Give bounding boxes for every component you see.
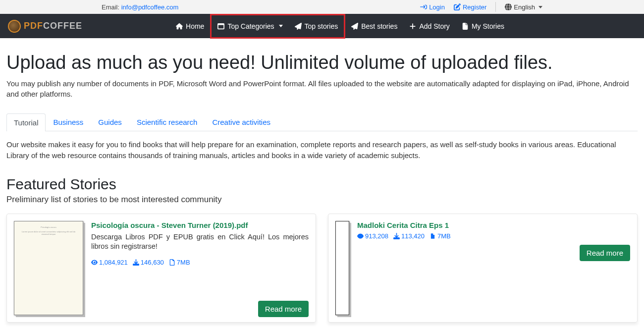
download-icon: [133, 259, 139, 266]
chevron-down-icon: [538, 6, 542, 8]
nav-add-story-label: Add Story: [419, 22, 449, 30]
featured-title: Featured Stories: [6, 176, 638, 193]
read-more-button[interactable]: Read more: [580, 245, 630, 261]
downloads-value: 113,420: [401, 232, 425, 240]
home-icon: [176, 23, 183, 30]
nav-home[interactable]: Home: [170, 15, 210, 37]
story-body: Psicología oscura - Steven Turner (2019)…: [91, 221, 309, 315]
size-value: 7MB: [177, 259, 190, 266]
downloads-stat: 113,420: [393, 232, 425, 240]
file-icon: [429, 233, 436, 239]
nav-my-stories-label: My Stories: [472, 22, 504, 30]
story-body: Madloki Cerita Citra Eps 1 913,208 113,4…: [357, 221, 630, 315]
language-label: English: [514, 3, 535, 11]
register-icon: [454, 3, 461, 10]
main-content: Upload as much as you need! Unlimited vo…: [0, 38, 644, 328]
email-link[interactable]: info@pdfcoffee.com: [121, 3, 179, 11]
login-icon: [420, 3, 427, 10]
tab-tutorial[interactable]: Tutorial: [6, 113, 46, 131]
size-stat: 7MB: [169, 259, 190, 266]
tab-creative[interactable]: Creative activities: [205, 113, 278, 131]
story-title[interactable]: Psicología oscura - Steven Turner (2019)…: [91, 221, 309, 229]
top-divider: [495, 2, 496, 12]
nav-add-story[interactable]: Add Story: [403, 15, 455, 37]
brand-pdf: PDF: [24, 21, 43, 31]
downloads-stat: 146,630: [133, 259, 164, 266]
story-title[interactable]: Madloki Cerita Citra Eps 1: [357, 221, 630, 229]
tab-description: Our website makes it easy for you to fin…: [6, 139, 638, 161]
nav-top-categories-label: Top Categories: [227, 22, 274, 30]
nav-top-categories[interactable]: Top Categories: [212, 15, 288, 37]
download-icon: [393, 233, 400, 239]
tab-guides[interactable]: Guides: [91, 113, 129, 131]
eye-icon: [91, 259, 98, 266]
views-stat: 913,208: [357, 232, 388, 240]
views-stat: 1,084,921: [91, 259, 128, 266]
chevron-down-icon: [279, 25, 283, 27]
read-more-button[interactable]: Read more: [258, 301, 309, 317]
nav-best-stories-label: Best stories: [361, 22, 397, 30]
language-selector[interactable]: English: [505, 3, 542, 11]
plus-icon: [409, 23, 416, 30]
nav-items: Home Top Categories Top stories Best sto…: [170, 14, 510, 39]
login-link[interactable]: Login: [420, 3, 445, 11]
hero-subtitle: You may publish any number of documents …: [6, 78, 638, 99]
views-value: 913,208: [365, 232, 388, 240]
main-navbar: PDFCOFFEE Home Top Categories Top storie…: [0, 14, 644, 38]
nav-my-stories[interactable]: My Stories: [456, 15, 510, 37]
tab-business[interactable]: Business: [46, 113, 91, 131]
nav-top-stories[interactable]: Top stories: [289, 15, 344, 37]
login-label: Login: [429, 3, 445, 11]
story-stats: 913,208 113,420 7MB: [357, 232, 630, 240]
hero-title: Upload as much as you need! Unlimited vo…: [6, 52, 638, 73]
email-label: Email:: [102, 3, 121, 11]
size-stat: 7MB: [429, 232, 451, 240]
nav-top-stories-label: Top stories: [305, 22, 338, 30]
grid-icon: [217, 23, 224, 30]
brand-logo-icon: [8, 20, 21, 33]
brand-name: PDFCOFFEE: [24, 21, 82, 31]
story-thumbnail[interactable]: [335, 221, 349, 315]
brand-coffee: COFFEE: [43, 21, 82, 31]
size-value: 7MB: [437, 232, 451, 240]
paper-plane-icon: [351, 23, 358, 30]
highlighted-nav-box: Top Categories Top stories: [210, 14, 345, 39]
nav-best-stories[interactable]: Best stories: [345, 15, 403, 37]
featured-subtitle: Preliminary list of stories to be most i…: [6, 195, 638, 205]
globe-icon: [505, 3, 512, 10]
file-icon: [169, 259, 175, 266]
thumbnail-text: Psicología oscuraLorem ipsum dolor sit a…: [14, 221, 83, 241]
top-right-links: Login Register English: [420, 2, 542, 12]
paper-plane-icon: [295, 23, 302, 30]
register-link[interactable]: Register: [454, 3, 486, 11]
story-card: Psicología oscuraLorem ipsum dolor sit a…: [6, 214, 316, 323]
email-block: Email: info@pdfcoffee.com: [102, 3, 178, 11]
story-card: Madloki Cerita Citra Eps 1 913,208 113,4…: [328, 214, 638, 323]
tab-scientific[interactable]: Scientific research: [129, 113, 205, 131]
register-label: Register: [463, 3, 486, 11]
top-strip: Email: info@pdfcoffee.com Login Register…: [0, 0, 644, 14]
file-icon: [462, 23, 469, 30]
nav-home-label: Home: [186, 22, 204, 30]
story-thumbnail[interactable]: Psicología oscuraLorem ipsum dolor sit a…: [14, 221, 83, 315]
views-value: 1,084,921: [99, 259, 128, 266]
downloads-value: 146,630: [141, 259, 164, 266]
category-tabs: Tutorial Business Guides Scientific rese…: [6, 113, 638, 131]
featured-cards: Psicología oscuraLorem ipsum dolor sit a…: [6, 214, 638, 323]
story-desc: Descarga Libros PDF y EPUB gratis en Cli…: [91, 232, 309, 252]
brand[interactable]: PDFCOFFEE: [8, 20, 82, 33]
eye-icon: [357, 233, 364, 239]
story-stats: 1,084,921 146,630 7MB: [91, 259, 309, 266]
